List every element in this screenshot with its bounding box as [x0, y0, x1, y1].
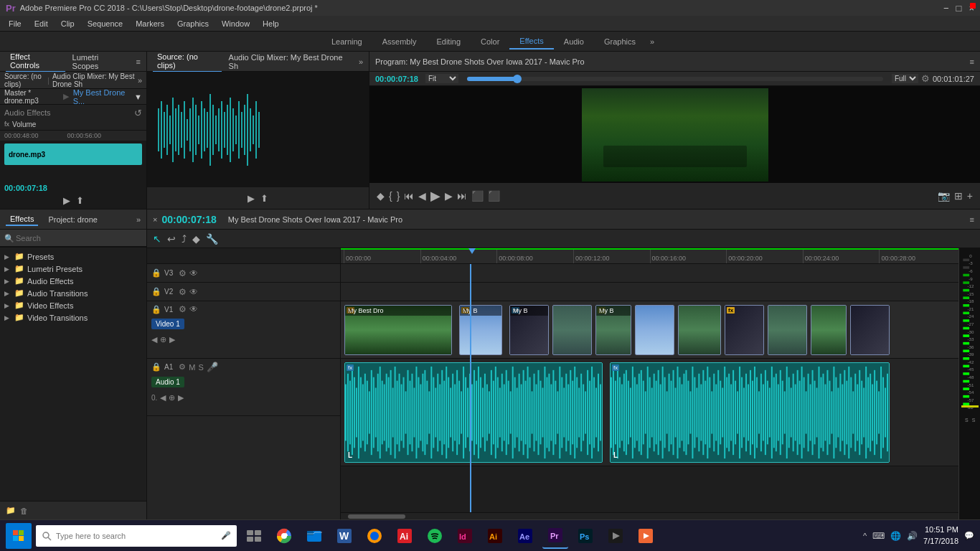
- play-pause-button[interactable]: ▶: [430, 188, 440, 204]
- audio-clip-mixer-label[interactable]: Audio Clip Mixer: My Best Drone Sh: [225, 52, 356, 72]
- play-button[interactable]: ▶: [63, 195, 70, 206]
- tab-lumetri-scopes[interactable]: Lumetri Scopes: [68, 52, 131, 72]
- notification-icon[interactable]: 💬: [964, 531, 974, 540]
- audio-clip-1[interactable]: fx: [344, 362, 603, 463]
- playback-scrubber[interactable]: [467, 77, 883, 81]
- delete-icon[interactable]: 🗑: [20, 507, 28, 515]
- settings-icon[interactable]: ⚙: [921, 73, 930, 84]
- workspace-more-button[interactable]: »: [646, 34, 659, 49]
- timeline-menu-icon[interactable]: ≡: [970, 215, 974, 224]
- menu-help[interactable]: Help: [257, 18, 285, 29]
- reset-icon[interactable]: ↺: [134, 108, 142, 118]
- tab-project[interactable]: Project: drone: [44, 214, 101, 225]
- tab-assembly[interactable]: Assembly: [372, 34, 427, 49]
- v3-settings-icon[interactable]: ⚙: [179, 268, 187, 278]
- go-to-in-button[interactable]: ⏮: [404, 190, 414, 202]
- taskbar-ae[interactable]: Ae: [512, 523, 538, 549]
- source-more-button[interactable]: »: [359, 57, 363, 66]
- a1-lock-icon[interactable]: 🔒: [151, 362, 161, 372]
- timeline-ruler[interactable]: 00:00:00 00:00:04:00 00:00:08:00 00:00:1…: [341, 248, 958, 264]
- video-clip-3[interactable]: fx My B: [509, 305, 549, 355]
- show-hidden-icons[interactable]: ^: [863, 532, 867, 540]
- network-icon[interactable]: 🌐: [890, 531, 901, 541]
- v1-eye-icon[interactable]: 👁: [189, 304, 198, 314]
- video-clip-7[interactable]: [678, 305, 721, 355]
- source-no-clips-label[interactable]: Source: (no clips): [153, 51, 222, 72]
- tab-learning[interactable]: Learning: [321, 34, 372, 49]
- tab-audio[interactable]: Audio: [554, 34, 594, 49]
- volume-icon[interactable]: 🔊: [907, 531, 918, 541]
- a1-nav-home[interactable]: ⊕: [169, 393, 175, 402]
- tool-track[interactable]: ⤴: [182, 233, 187, 245]
- video-clip-9[interactable]: [768, 305, 807, 355]
- timeline-scrollbar[interactable]: [341, 512, 958, 519]
- video-clip-2[interactable]: fx My B: [459, 305, 502, 355]
- tool-razor[interactable]: ◆: [192, 233, 200, 245]
- scrollbar-thumb[interactable]: [348, 514, 405, 519]
- taskbar-word[interactable]: W: [331, 523, 357, 549]
- voice-search-icon[interactable]: 🎤: [221, 531, 231, 540]
- menu-graphics[interactable]: Graphics: [171, 18, 215, 29]
- menu-sequence[interactable]: Sequence: [82, 18, 129, 29]
- taskbar-ps[interactable]: Ps: [573, 523, 598, 549]
- audio-clip-2[interactable]: fx: [610, 362, 890, 463]
- video-clip-5[interactable]: fx My B: [595, 305, 631, 355]
- taskbar-spotify[interactable]: [422, 523, 448, 549]
- timeline-close-button[interactable]: ×: [153, 215, 157, 224]
- step-back-button[interactable]: ◀: [418, 190, 426, 202]
- tab-effects-panel[interactable]: Effects: [6, 213, 38, 226]
- tab-effect-controls[interactable]: Effect Controls: [6, 51, 65, 72]
- maximize-button[interactable]: □: [956, 3, 962, 14]
- taskbar-firefox[interactable]: [362, 523, 387, 549]
- taskbar-ai[interactable]: Ai: [482, 523, 508, 549]
- a1-settings-icon[interactable]: ⚙: [179, 362, 186, 372]
- extract-button[interactable]: ⬛: [488, 190, 500, 202]
- v1-settings-icon[interactable]: ⚙: [179, 304, 187, 314]
- taskbar-adobe-cr[interactable]: Ai: [392, 523, 418, 549]
- keyboard-icon[interactable]: ⌨: [872, 531, 885, 541]
- tool-select[interactable]: ↖: [153, 233, 161, 245]
- menu-markers[interactable]: Markers: [130, 18, 170, 29]
- program-menu-icon[interactable]: ≡: [970, 57, 974, 66]
- tab-effects[interactable]: Effects: [509, 34, 553, 50]
- tree-item-video-transitions[interactable]: ▶ 📁 Video Transitions: [0, 311, 146, 324]
- effects-panel-more-button[interactable]: »: [136, 215, 141, 224]
- v3-lock-icon[interactable]: 🔒: [151, 268, 161, 278]
- out-point-button[interactable]: }: [397, 190, 400, 202]
- tool-ripple[interactable]: ↩: [167, 233, 176, 245]
- tab-editing[interactable]: Editing: [426, 34, 471, 49]
- start-button[interactable]: [6, 523, 32, 549]
- video-clip-4[interactable]: [552, 305, 592, 355]
- tool-slip[interactable]: 🔧: [206, 233, 218, 245]
- menu-window[interactable]: Window: [216, 18, 255, 29]
- taskbar-explorer[interactable]: [301, 523, 327, 549]
- zoom-selector[interactable]: Fit 25% 50% 75% 100%: [425, 74, 458, 83]
- a1-solo-icon[interactable]: S: [198, 363, 203, 372]
- menu-clip[interactable]: Clip: [55, 18, 80, 29]
- export-button[interactable]: ⬆: [76, 195, 84, 206]
- v2-lock-icon[interactable]: 🔒: [151, 287, 161, 296]
- v1-nav-home[interactable]: ⊕: [160, 335, 166, 344]
- a1-mic-icon[interactable]: 🎤: [207, 362, 218, 372]
- panel-more-button[interactable]: »: [138, 76, 142, 85]
- tree-item-presets[interactable]: ▶ 📁 Presets: [0, 250, 146, 263]
- menu-file[interactable]: File: [3, 18, 27, 29]
- source-no-clips-tab[interactable]: Source: (no clips): [4, 72, 44, 88]
- tab-graphics[interactable]: Graphics: [594, 34, 646, 49]
- multi-cam-button[interactable]: ⊞: [954, 190, 963, 202]
- video-clip-8[interactable]: fx: [725, 305, 764, 355]
- v1-nav-right[interactable]: ▶: [169, 335, 175, 344]
- taskbar-media-encoder[interactable]: [603, 523, 628, 549]
- add-button[interactable]: +: [967, 190, 973, 202]
- marker-button[interactable]: ◆: [377, 190, 385, 202]
- taskbar-premiere[interactable]: Pr: [542, 523, 568, 549]
- source-export-button[interactable]: ⬆: [260, 193, 268, 204]
- a1-nav-left[interactable]: ◀: [160, 393, 166, 402]
- video-clip-10[interactable]: [811, 305, 847, 355]
- tree-item-audio-effects[interactable]: ▶ 📁 Audio Effects: [0, 275, 146, 287]
- audio-mini-clip[interactable]: drone.mp3: [4, 143, 142, 165]
- playback-thumb[interactable]: [513, 75, 522, 83]
- tree-item-audio-transitions[interactable]: ▶ 📁 Audio Transitions: [0, 287, 146, 299]
- fx-toggle-icon[interactable]: fx: [4, 121, 9, 128]
- v2-settings-icon[interactable]: ⚙: [179, 287, 187, 297]
